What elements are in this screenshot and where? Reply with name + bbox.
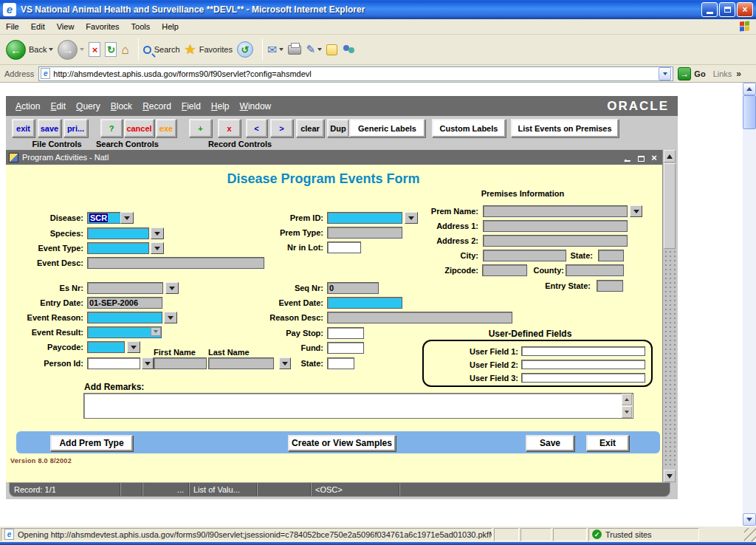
home-button[interactable]: ⌂: [121, 44, 128, 56]
oracle-menu-edit[interactable]: Edit: [45, 101, 71, 112]
state-field[interactable]: [327, 357, 354, 369]
user-field-3-input[interactable]: [521, 373, 645, 383]
mdi-close-button[interactable]: ×: [649, 153, 659, 162]
menu-edit[interactable]: Edit: [25, 22, 51, 31]
duplicate-button[interactable]: Dup: [327, 119, 349, 137]
close-button[interactable]: ×: [737, 2, 753, 17]
prem-name-field[interactable]: [483, 205, 628, 217]
add-remarks-textarea[interactable]: [83, 393, 633, 419]
edit-button[interactable]: ✎: [306, 43, 322, 56]
person-id-field[interactable]: [87, 357, 140, 369]
discuss-button[interactable]: [326, 44, 337, 55]
stop-button[interactable]: ×: [89, 42, 100, 57]
create-or-view-samples-button[interactable]: Create or View Samples: [288, 435, 396, 451]
first-name-field[interactable]: [154, 357, 207, 369]
species-dropdown-button[interactable]: [151, 227, 164, 239]
restore-button[interactable]: [719, 2, 735, 17]
disease-dropdown-button[interactable]: [120, 212, 134, 224]
add-prem-type-button[interactable]: Add Prem Type: [50, 435, 133, 451]
query-button[interactable]: ?: [100, 119, 123, 137]
address-url[interactable]: http://ahsmdevtest.aphis.usda.gov/forms9…: [53, 69, 659, 78]
applet-scroll-up-button[interactable]: [664, 150, 676, 162]
back-button[interactable]: ← Back: [6, 40, 53, 60]
menu-file[interactable]: File: [0, 22, 25, 31]
oracle-menu-record[interactable]: Record: [137, 101, 176, 112]
species-field[interactable]: [87, 227, 149, 239]
state-right-field[interactable]: [598, 250, 624, 261]
refresh-button[interactable]: ↻: [105, 42, 117, 57]
address-1-field[interactable]: [483, 220, 628, 232]
county-field[interactable]: [566, 264, 624, 276]
execute-button[interactable]: exe: [156, 119, 176, 137]
pay-stop-field[interactable]: [327, 327, 364, 339]
minimize-button[interactable]: [701, 2, 718, 17]
event-type-field[interactable]: [87, 242, 149, 254]
browser-scroll-up-button[interactable]: [743, 83, 756, 95]
oracle-menu-window[interactable]: Window: [235, 101, 277, 112]
entry-date-field[interactable]: 01-SEP-2006: [87, 297, 162, 309]
applet-scroll-down-button[interactable]: [664, 470, 676, 482]
remarks-scroll-down-button[interactable]: [622, 406, 632, 418]
event-type-dropdown-button[interactable]: [151, 242, 164, 254]
person-id-dropdown-button[interactable]: [142, 357, 154, 369]
oracle-menu-action[interactable]: Action: [10, 101, 45, 112]
previous-record-button[interactable]: <: [246, 119, 267, 137]
event-date-field[interactable]: [327, 297, 402, 309]
print-button[interactable]: [288, 45, 301, 55]
prem-id-field[interactable]: [327, 212, 402, 224]
cancel-button[interactable]: cancel: [124, 119, 154, 137]
mail-button[interactable]: ✉: [267, 43, 284, 57]
oracle-menu-block[interactable]: Block: [106, 101, 137, 112]
seq-nr-field[interactable]: 0: [327, 282, 379, 294]
applet-scrollbar-track[interactable]: [664, 250, 676, 468]
event-result-dropdown-button[interactable]: [151, 327, 161, 336]
menu-view[interactable]: View: [51, 22, 80, 31]
search-button[interactable]: Search: [143, 45, 180, 54]
oracle-menu-query[interactable]: Query: [71, 101, 106, 112]
save-button[interactable]: save: [38, 119, 61, 137]
delete-record-button[interactable]: x: [218, 119, 241, 137]
entry-state-field[interactable]: [597, 280, 623, 292]
messenger-button[interactable]: [342, 44, 357, 55]
print-form-button[interactable]: pri...: [63, 119, 88, 137]
mdi-restore-button[interactable]: [636, 153, 646, 162]
address-input[interactable]: e http://ahsmdevtest.aphis.usda.gov/form…: [38, 66, 673, 81]
es-nr-dropdown-button[interactable]: [165, 282, 179, 294]
insert-record-button[interactable]: +: [189, 119, 212, 137]
disease-field[interactable]: SCR: [87, 212, 121, 224]
address-2-field[interactable]: [483, 235, 628, 247]
event-reason-field[interactable]: [87, 312, 162, 323]
list-events-on-premises-button[interactable]: List Events on Premises: [511, 119, 619, 137]
es-nr-field[interactable]: [87, 282, 163, 294]
favorites-button[interactable]: ★ Favorites: [185, 41, 233, 58]
user-field-2-input[interactable]: [521, 360, 645, 369]
save-form-button[interactable]: Save: [526, 435, 574, 451]
menu-help[interactable]: Help: [156, 22, 185, 31]
oracle-menu-field[interactable]: Field: [176, 101, 206, 112]
browser-scroll-down-button[interactable]: [743, 513, 756, 526]
exit-form-button[interactable]: Exit: [586, 435, 629, 451]
exit-button[interactable]: exit: [12, 119, 35, 137]
menu-tools[interactable]: Tools: [126, 22, 157, 31]
applet-scrollbar[interactable]: [662, 150, 676, 482]
mdi-window-titlebar[interactable]: Program Activities - Natl ×: [6, 150, 662, 165]
links-menu[interactable]: Links »: [713, 69, 741, 79]
applet-scrollbar-thumb[interactable]: [664, 163, 676, 249]
address-dropdown-button[interactable]: [659, 67, 671, 80]
browser-scrollbar[interactable]: [743, 83, 756, 526]
generic-labels-button[interactable]: Generic Labels: [349, 119, 425, 137]
remarks-scroll-up-button[interactable]: [622, 394, 632, 405]
menu-favorites[interactable]: Favorites: [80, 22, 125, 31]
window-resize-grip[interactable]: [744, 528, 756, 541]
event-desc-field[interactable]: [87, 257, 264, 269]
event-reason-dropdown-button[interactable]: [164, 312, 177, 323]
prem-name-dropdown-button[interactable]: [630, 205, 642, 217]
nr-in-lot-field[interactable]: [327, 241, 361, 253]
go-button[interactable]: → Go: [678, 67, 705, 80]
custom-labels-button[interactable]: Custom Labels: [432, 119, 506, 137]
mdi-minimize-button[interactable]: [622, 153, 633, 162]
browser-scrollbar-thumb[interactable]: [743, 95, 756, 129]
history-button[interactable]: ↺: [237, 41, 253, 58]
forward-button[interactable]: →: [58, 40, 84, 60]
paycode-field[interactable]: [87, 341, 125, 353]
